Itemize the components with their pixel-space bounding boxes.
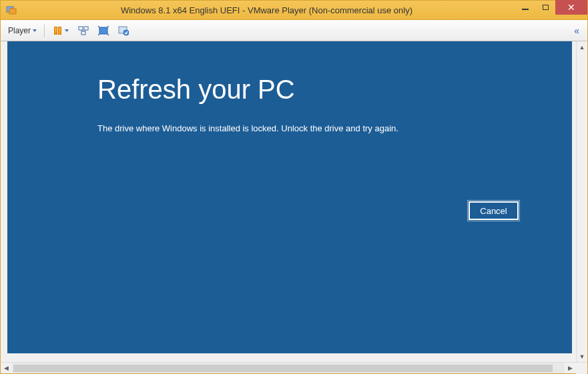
scroll-down-icon[interactable]: ▼	[577, 351, 587, 362]
collapse-icon: «	[574, 25, 579, 36]
scrollbar-thumb[interactable]	[13, 365, 553, 372]
svg-rect-3	[84, 27, 88, 30]
minimize-button[interactable]	[515, 0, 535, 15]
dropdown-arrow-icon	[33, 29, 37, 32]
scrollbar-corner	[576, 363, 587, 374]
page-title: Refresh your PC	[97, 75, 572, 105]
toolbar: Player	[0, 20, 588, 41]
horizontal-scrollbar[interactable]: ◀ ▶	[1, 362, 587, 373]
fullscreen-icon	[98, 25, 109, 36]
cancel-button[interactable]: Cancel	[469, 201, 519, 220]
pause-button[interactable]	[47, 23, 73, 39]
player-menu-button[interactable]: Player	[3, 23, 41, 39]
unity-icon	[118, 25, 129, 36]
window-titlebar: Windows 8.1 x64 English UEFI - VMware Pl…	[0, 0, 588, 20]
send-ctrl-alt-del-button[interactable]	[73, 23, 93, 39]
svg-rect-7	[99, 27, 107, 34]
scroll-up-icon[interactable]: ▲	[577, 41, 587, 53]
pause-icon	[52, 25, 63, 36]
refresh-dialog: Refresh your PC The drive where Windows …	[7, 41, 572, 133]
maximize-button[interactable]	[535, 0, 555, 15]
close-button[interactable]: ✕	[555, 0, 587, 15]
scrollbar-track[interactable]	[12, 363, 565, 373]
dropdown-arrow-icon	[65, 29, 69, 32]
app-icon	[5, 3, 18, 17]
collapse-toolbar-button[interactable]: «	[569, 25, 585, 36]
player-menu-label: Player	[8, 26, 31, 35]
svg-rect-1	[9, 9, 16, 14]
unity-mode-button[interactable]	[113, 23, 133, 39]
window-title: Windows 8.1 x64 English UEFI - VMware Pl…	[18, 5, 515, 15]
content-area: Refresh your PC The drive where Windows …	[0, 41, 588, 374]
scroll-right-icon[interactable]: ▶	[565, 363, 576, 373]
scroll-left-icon[interactable]: ◀	[1, 363, 12, 373]
vm-viewport: Refresh your PC The drive where Windows …	[1, 41, 587, 362]
keyboard-icon	[78, 25, 89, 36]
cancel-button-label: Cancel	[480, 206, 507, 216]
vertical-scrollbar[interactable]: ▲ ▼	[576, 41, 587, 362]
window-controls: ✕	[515, 0, 587, 15]
vm-screen[interactable]: Refresh your PC The drive where Windows …	[7, 41, 572, 353]
error-message: The drive where Windows is installed is …	[97, 123, 572, 133]
fullscreen-button[interactable]	[93, 23, 113, 39]
svg-rect-2	[79, 27, 83, 30]
toolbar-separator	[44, 24, 45, 37]
svg-rect-4	[81, 31, 85, 35]
